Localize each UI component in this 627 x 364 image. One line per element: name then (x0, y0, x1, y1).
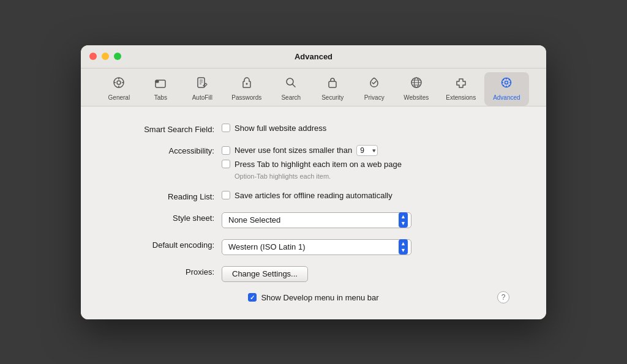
tab-search-label: Search (281, 94, 301, 101)
smart-search-label: Smart Search Field: (118, 124, 222, 134)
tab-general[interactable]: General (98, 72, 140, 106)
svg-line-28 (503, 79, 505, 80)
settings-content: Smart Search Field: Show full website ad… (81, 106, 546, 319)
tab-general-label: General (108, 94, 130, 101)
extensions-icon (454, 76, 468, 93)
svg-line-15 (293, 84, 296, 87)
tab-passwords-label: Passwords (231, 94, 261, 101)
privacy-icon (367, 76, 381, 93)
accessibility-row: Accessibility: Never use font sizes smal… (118, 145, 509, 180)
svg-line-30 (509, 79, 510, 80)
style-sheet-select-wrap: None Selected ▲ ▼ (222, 212, 411, 228)
show-develop-checkbox[interactable] (248, 293, 257, 302)
change-settings-button[interactable]: Change Settings... (222, 266, 308, 282)
font-size-select[interactable]: 9 10 12 (356, 145, 378, 156)
press-tab-row: Press Tab to highlight each item on a we… (222, 160, 402, 169)
never-use-font-label: Never use font sizes smaller than (235, 146, 352, 155)
proxies-label: Proxies: (118, 266, 222, 277)
option-tab-hint: Option-Tab highlights each item. (222, 173, 402, 180)
press-tab-checkbox[interactable] (222, 160, 230, 168)
proxies-row: Proxies: Change Settings... (118, 266, 509, 282)
tab-tabs-label: Tabs (154, 94, 167, 101)
reading-list-content: Save articles for offline reading automa… (222, 191, 392, 200)
tab-extensions-label: Extensions (446, 94, 476, 101)
proxies-content: Change Settings... (222, 266, 308, 282)
save-articles-row: Save articles for offline reading automa… (222, 191, 392, 200)
show-full-address-checkbox[interactable] (222, 124, 230, 132)
show-develop-row: Show Develop menu in menu bar ? (118, 293, 509, 302)
accessibility-label: Accessibility: (118, 145, 222, 155)
default-encoding-label: Default encoding: (118, 239, 222, 250)
search-icon (284, 76, 298, 93)
svg-point-13 (246, 83, 247, 84)
passwords-icon (240, 76, 253, 93)
tab-privacy-label: Privacy (364, 94, 385, 101)
save-articles-label: Save articles for offline reading automa… (235, 191, 392, 200)
svg-point-1 (117, 81, 121, 84)
show-develop-label: Show Develop menu in menu bar (261, 293, 378, 302)
minimize-button[interactable] (102, 53, 109, 60)
tab-extensions[interactable]: Extensions (437, 72, 484, 106)
tab-passwords[interactable]: Passwords (223, 72, 270, 106)
close-button[interactable] (89, 53, 97, 60)
svg-line-29 (509, 84, 510, 86)
default-encoding-row: Default encoding: Western (ISO Latin 1) … (118, 239, 509, 255)
toolbar: General Tabs (81, 69, 546, 106)
tab-tabs[interactable]: Tabs (140, 72, 181, 106)
style-sheet-label: Style sheet: (118, 212, 222, 223)
save-articles-checkbox[interactable] (222, 191, 230, 199)
tabs-icon (154, 76, 167, 93)
style-sheet-content: None Selected ▲ ▼ (222, 212, 411, 228)
tab-search[interactable]: Search (270, 72, 312, 106)
main-window: Advanced General (81, 45, 546, 319)
tab-autofill[interactable]: AutoFill (181, 72, 223, 106)
show-full-address-row: Show full website address (222, 124, 326, 133)
tab-websites[interactable]: Websites (395, 72, 437, 106)
svg-rect-16 (329, 81, 336, 87)
style-sheet-select[interactable]: None Selected (222, 212, 411, 228)
tab-privacy[interactable]: Privacy (353, 72, 395, 106)
svg-line-31 (503, 84, 505, 86)
font-size-row: Never use font sizes smaller than 9 10 1… (222, 145, 402, 156)
font-size-select-wrap: 9 10 12 ▾ (356, 145, 378, 156)
reading-list-row: Reading List: Save articles for offline … (118, 191, 509, 201)
style-sheet-row: Style sheet: None Selected ▲ ▼ (118, 212, 509, 228)
accessibility-content: Never use font sizes smaller than 9 10 1… (222, 145, 402, 180)
websites-icon (410, 76, 423, 93)
toolbar-items: General Tabs (98, 72, 528, 106)
reading-list-label: Reading List: (118, 191, 222, 201)
fullscreen-button[interactable] (114, 53, 121, 60)
tab-websites-label: Websites (404, 94, 429, 101)
autofill-icon (195, 76, 209, 93)
traffic-lights (89, 53, 121, 60)
tab-security[interactable]: Security (312, 72, 353, 106)
press-tab-label: Press Tab to highlight each item on a we… (235, 160, 402, 169)
smart-search-row: Smart Search Field: Show full website ad… (118, 124, 509, 134)
default-encoding-content: Western (ISO Latin 1) ▲ ▼ (222, 239, 411, 255)
help-button[interactable]: ? (497, 291, 509, 303)
never-use-font-checkbox[interactable] (222, 146, 230, 155)
general-icon (112, 76, 126, 93)
advanced-icon (500, 76, 513, 93)
tab-autofill-label: AutoFill (192, 94, 212, 101)
tab-security-label: Security (321, 94, 344, 101)
default-encoding-select[interactable]: Western (ISO Latin 1) (222, 239, 411, 255)
window-title: Advanced (295, 52, 332, 61)
security-icon (326, 76, 339, 93)
titlebar: Advanced (81, 45, 546, 69)
show-full-address-label: Show full website address (235, 124, 326, 133)
svg-point-23 (505, 81, 508, 84)
show-develop-checkbox-row: Show Develop menu in menu bar (248, 293, 378, 302)
smart-search-content: Show full website address (222, 124, 326, 133)
tab-advanced-label: Advanced (493, 94, 520, 101)
tab-advanced[interactable]: Advanced (484, 72, 528, 106)
default-encoding-select-wrap: Western (ISO Latin 1) ▲ ▼ (222, 239, 411, 255)
